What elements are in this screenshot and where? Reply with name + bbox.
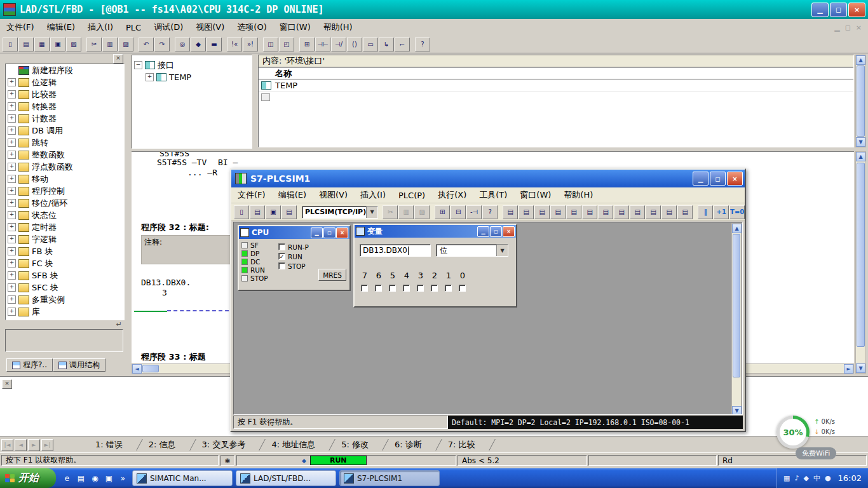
menu-item[interactable]: 执行(X) (431, 187, 473, 203)
variable-titlebar[interactable]: 变量 ▁ ◻ × (355, 225, 516, 238)
tree-item[interactable]: + FC 块 (6, 257, 124, 269)
expand-icon[interactable]: + (146, 73, 154, 81)
output-tab[interactable]: 5: 修改 (332, 437, 377, 452)
pause-icon[interactable]: ‖ (698, 205, 713, 219)
view-split-icon[interactable]: ◫ (263, 37, 278, 51)
expander-icon[interactable]: + (8, 90, 16, 98)
open-branch-icon[interactable]: ↳ (379, 37, 394, 51)
expander-icon[interactable]: + (8, 223, 16, 231)
tree-item[interactable]: + SFC 块 (6, 281, 124, 294)
expander-icon[interactable]: + (8, 259, 16, 268)
menu-item[interactable]: 调试(D) (147, 19, 189, 36)
maximize-icon[interactable]: ◻ (490, 226, 502, 237)
address-input[interactable]: DB13.DBX0 (360, 244, 431, 257)
copy-icon[interactable]: ▥ (102, 37, 118, 51)
contact-nc-icon[interactable]: ⊣/ (331, 37, 346, 51)
step-one-icon[interactable]: +1 (714, 205, 729, 219)
mode-option[interactable]: RUN-P (278, 242, 309, 252)
expander-icon[interactable]: + (8, 163, 16, 171)
scroll-right-icon[interactable]: ► (844, 364, 853, 374)
more-icon[interactable]: » (117, 472, 129, 484)
menu-item[interactable]: 选项(O) (231, 19, 273, 36)
menu-item[interactable]: 编辑(E) (272, 187, 313, 203)
bit-checkbox[interactable] (417, 285, 424, 292)
insert-window-icon[interactable]: ⊞ (435, 205, 450, 219)
expander-icon[interactable]: + (8, 211, 16, 219)
insert-variable-icon[interactable]: ▤ (519, 205, 534, 219)
tree-item[interactable]: + 程序控制 (6, 185, 124, 197)
insert-variable-icon[interactable]: ▤ (630, 205, 645, 219)
minimize-icon[interactable]: ▁ (477, 226, 489, 237)
output-nav-icon[interactable]: ► (28, 439, 40, 451)
plcsim-titlebar[interactable]: S7-PLCSIM1 ▁ ◻ × (231, 170, 745, 187)
minimize-icon[interactable]: ▁ (693, 172, 709, 186)
close-branch-icon[interactable]: ⌐ (395, 37, 410, 51)
bit-checkbox[interactable] (431, 285, 438, 292)
tree-item[interactable]: + 跳转 (6, 137, 124, 149)
scroll-up-icon[interactable]: ▲ (856, 152, 865, 161)
scroll-up-icon[interactable]: ▲ (856, 55, 865, 65)
collapse-icon[interactable]: − (134, 61, 142, 69)
save-icon[interactable]: ▣ (266, 205, 281, 219)
tab-program-elements[interactable]: 程序?.. (6, 358, 53, 372)
output-nav-icon[interactable]: ◄ (15, 439, 27, 451)
minimize-icon[interactable]: ▁ (811, 3, 829, 17)
open-icon[interactable]: ▤ (18, 37, 34, 51)
tree-item[interactable]: + 浮点数函数 (6, 161, 124, 173)
media-icon[interactable]: ◉ (89, 472, 101, 484)
save-icon[interactable]: ▣ (50, 37, 65, 51)
bit-checkbox[interactable] (459, 285, 466, 292)
tree-item[interactable]: + 多重实例 (6, 294, 124, 306)
output-tab[interactable]: 6: 诊断 (386, 437, 431, 452)
mdi-close-icon[interactable]: × (856, 24, 862, 32)
scroll-thumb[interactable] (857, 65, 865, 137)
insert-variable-icon[interactable]: ▤ (661, 205, 677, 219)
download-icon[interactable]: ◆ (191, 37, 206, 51)
detach-icon[interactable]: -⊣ (466, 205, 482, 219)
tab-call-structure[interactable]: 调用结构 (53, 358, 105, 372)
output-nav-icon[interactable]: |◄ (1, 439, 13, 451)
next-error-icon[interactable]: »! (243, 37, 258, 51)
expander-icon[interactable]: + (8, 295, 16, 304)
interface-temp-row[interactable]: + TEMP (144, 71, 252, 83)
coil-icon[interactable]: () (347, 37, 362, 51)
time-reset-icon[interactable]: T=0 (729, 205, 745, 219)
tree-item[interactable]: + 位逻辑 (6, 76, 124, 88)
cut-icon[interactable]: ✂ (86, 37, 102, 51)
contact-operand[interactable]: DB13.DBX0. (141, 278, 191, 287)
redo-icon[interactable]: ↷ (154, 37, 170, 51)
maximize-icon[interactable]: ◻ (323, 227, 336, 238)
table-row[interactable]: TEMP (259, 79, 853, 92)
scroll-thumb[interactable] (733, 234, 740, 377)
checkbox[interactable]: ✓ (278, 253, 285, 260)
format-combobox[interactable]: 位 ▼ (436, 244, 508, 257)
taskbar-task-button[interactable]: SIMATIC Man... (132, 470, 233, 486)
help-icon[interactable]: ? (482, 205, 498, 219)
taskbar-task-button[interactable]: S7-PLCSIM1 (339, 470, 440, 486)
menu-item[interactable]: 帮助(H) (317, 19, 359, 36)
monitor-icon[interactable]: ▬ (207, 37, 222, 51)
tree-item[interactable]: + DB 调用 (6, 125, 124, 137)
menu-item[interactable]: PLC (119, 20, 147, 35)
bit-checkbox[interactable] (445, 285, 452, 292)
tree-item[interactable]: + 整数函数 (6, 149, 124, 161)
tree-item[interactable]: + 比较器 (6, 88, 124, 100)
network-33-title[interactable]: 程序段 33 : 标题 (141, 351, 206, 363)
expander-icon[interactable]: + (8, 308, 16, 316)
output-tab[interactable]: 3: 交叉参考 (193, 437, 255, 452)
mdi-minimize-icon[interactable]: ▁ (834, 24, 839, 32)
insert-variable-icon[interactable]: ▤ (503, 205, 518, 219)
output-nav-icon[interactable]: ►| (41, 439, 53, 451)
panel-close-icon[interactable]: × (113, 54, 123, 64)
checkbox[interactable] (278, 262, 285, 269)
menu-item[interactable]: 插入(I) (354, 187, 392, 203)
zoom-icon[interactable]: ◎ (175, 37, 190, 51)
tray-status-icon[interactable]: ● (825, 474, 831, 482)
network-overlay-widget[interactable]: 30% ↑ 0K/s ↓ 0K/s 免费WiFi (773, 413, 868, 468)
mode-option[interactable]: STOP (278, 261, 309, 271)
tree-item[interactable]: + 定时器 (6, 221, 124, 233)
insert-variable-icon[interactable]: ▤ (550, 205, 566, 219)
new-network-icon[interactable]: ⊞ (299, 37, 315, 51)
save-as-icon[interactable]: ▦ (34, 37, 50, 51)
new-icon[interactable]: ▯ (3, 37, 18, 51)
